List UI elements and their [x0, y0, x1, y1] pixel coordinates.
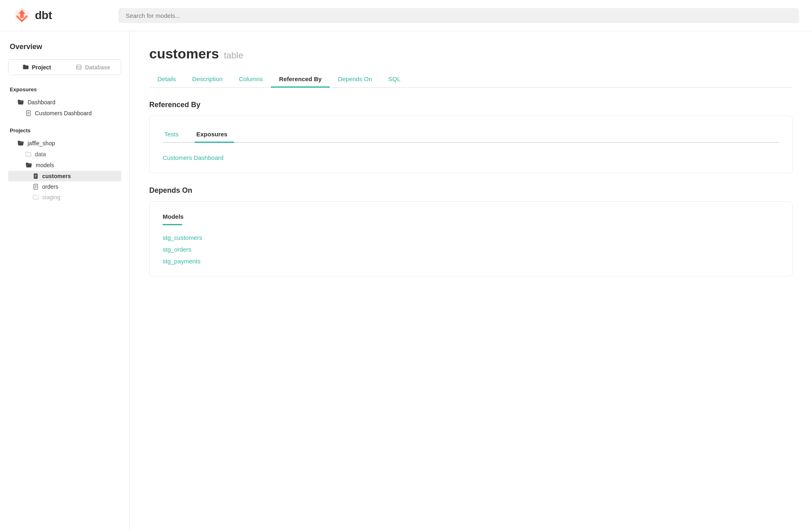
database-icon — [75, 64, 82, 71]
file-icon — [25, 110, 32, 116]
folder-gray-icon — [25, 151, 32, 157]
depends-underline — [163, 224, 182, 225]
sidebar: Overview Project Database — [0, 31, 130, 530]
sidebar-item-staging[interactable]: staging — [8, 192, 121, 203]
depends-on-heading: Depends On — [149, 186, 793, 195]
tab-referenced-by[interactable]: Referenced By — [271, 71, 330, 88]
inner-tab-exposures[interactable]: Exposures — [195, 127, 234, 143]
tab-columns[interactable]: Columns — [231, 71, 271, 88]
header: dbt — [0, 0, 812, 31]
sidebar-item-customers-dashboard[interactable]: Customers Dashboard — [8, 108, 121, 118]
folder-open-icon-3 — [25, 162, 32, 169]
stg-orders-link[interactable]: stg_orders — [163, 246, 779, 253]
stg-payments-link[interactable]: stg_payments — [163, 258, 779, 265]
file-filled-icon — [32, 173, 39, 179]
depends-on-card: Models stg_customers stg_orders stg_paym… — [149, 201, 793, 276]
main-content: customers table Details Description Colu… — [130, 31, 812, 530]
sidebar-section-projects: Projects jaffle_shop data — [8, 127, 121, 203]
sidebar-item-data[interactable]: data — [8, 149, 121, 159]
sidebar-item-orders[interactable]: orders — [8, 181, 121, 192]
file-icon-orders — [32, 183, 39, 190]
exposures-label: Exposures — [8, 86, 121, 93]
customers-dashboard-link[interactable]: Customers Dashboard — [163, 154, 223, 161]
dbt-logo-text: dbt — [35, 9, 52, 22]
logo-area: dbt — [13, 6, 102, 24]
tab-depends-on[interactable]: Depends On — [330, 71, 380, 88]
tab-details[interactable]: Details — [149, 71, 184, 88]
dbt-logo-icon — [13, 6, 31, 24]
folder-gray-icon-staging — [32, 194, 39, 200]
tab-description[interactable]: Description — [184, 71, 231, 88]
depends-links: stg_customers stg_orders stg_payments — [163, 233, 779, 265]
referenced-by-inner-tabs: Tests Exposures — [163, 127, 779, 143]
tab-switcher: Project Database — [8, 59, 121, 75]
depends-models-label: Models — [163, 213, 779, 220]
sidebar-item-models[interactable]: models — [8, 159, 121, 171]
inner-tab-tests[interactable]: Tests — [163, 127, 185, 143]
folder-open-icon — [17, 99, 24, 106]
referenced-by-card: Tests Exposures Customers Dashboard — [149, 116, 793, 173]
sidebar-item-customers[interactable]: customers — [8, 171, 121, 181]
stg-customers-link[interactable]: stg_customers — [163, 234, 779, 241]
sidebar-section-exposures: Exposures Dashboard Customers Dashboard — [8, 86, 121, 118]
svg-point-0 — [76, 65, 81, 67]
search-input[interactable] — [118, 8, 799, 23]
folder-open-icon-2 — [17, 140, 24, 147]
layout: Overview Project Database — [0, 31, 812, 530]
page-title-area: customers table — [149, 46, 793, 62]
sidebar-overview-label: Overview — [8, 43, 121, 51]
tab-sql[interactable]: SQL — [380, 71, 408, 88]
search-bar[interactable] — [118, 8, 799, 23]
tab-database-button[interactable]: Database — [65, 60, 121, 75]
folder-icon — [22, 64, 29, 71]
tabs-nav: Details Description Columns Referenced B… — [149, 71, 793, 88]
sidebar-item-jaffle-shop[interactable]: jaffle_shop — [8, 138, 121, 149]
tab-project-button[interactable]: Project — [9, 60, 65, 75]
page-title-type: table — [224, 50, 243, 61]
referenced-by-heading: Referenced By — [149, 101, 793, 109]
projects-label: Projects — [8, 127, 121, 134]
page-title-name: customers — [149, 46, 219, 62]
sidebar-item-dashboard[interactable]: Dashboard — [8, 97, 121, 108]
